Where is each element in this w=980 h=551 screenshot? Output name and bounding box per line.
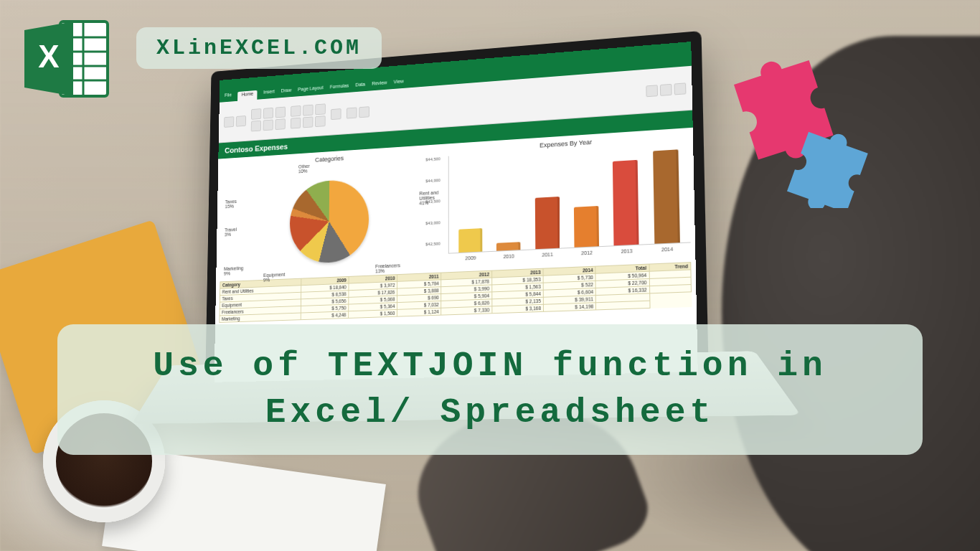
bar [535,197,560,249]
bar-chart: Expenses By Year $44,500 $44,000 $43,500… [448,132,691,266]
table-cell: $ 1,124 [397,308,441,316]
y-tick: $43,500 [425,199,440,204]
bar-x-label: 2009 [465,255,476,261]
bar-x-label: 2013 [621,248,633,254]
pie-label-taxes: Taxes15% [225,199,237,209]
article-title-line1: Use of TEXTJOIN function in [79,343,901,390]
article-title-line2: Excel/ Spreadsheet [79,390,901,436]
pie-label-travel: Travel3% [225,227,237,237]
table-cell: $ 14,198 [543,303,595,312]
bar-x-label: 2014 [661,247,673,253]
pie-label-freelancers: Freelancers13% [375,263,400,273]
bar-x-label: 2010 [503,253,514,259]
article-title-banner: Use of TEXTJOIN function in Excel/ Sprea… [57,324,923,455]
svg-text:X: X [38,39,59,74]
bar-chart-plot: $44,500 $44,000 $43,500 $43,000 $42,500 … [448,141,691,253]
bar [653,149,680,243]
y-tick: $44,000 [425,178,440,183]
ribbon-tab-file: File [225,93,232,103]
table-cell [649,285,691,293]
table-cell: $ 4,248 [301,311,349,320]
bar [574,206,599,247]
sheet-title: Contoso Expenses [225,142,288,154]
table-cell: $ 7,330 [441,306,492,315]
pie-label-equipment: Equipment9% [263,272,285,283]
bar-x-label: 2012 [581,250,593,256]
bar [458,228,482,253]
ribbon-tab-view: View [394,79,404,89]
pie-graphic [289,179,369,265]
pie-label-marketing: Marketing9% [224,265,243,276]
bar [613,160,639,245]
table-cell: $ 1,560 [349,309,397,318]
site-url-badge: XLinEXCEL.COM [136,27,382,69]
y-tick: $43,000 [425,220,440,225]
y-tick: $42,500 [425,242,440,247]
puzzle-pieces-icon [707,50,880,208]
site-url-text: XLinEXCEL.COM [156,36,362,60]
ribbon-tab-data: Data [355,82,365,92]
ribbon-tab-insert: Insert [263,89,275,99]
pie-label-other: Other10% [298,164,310,174]
table-cell [596,301,650,310]
excel-logo-icon: X [20,16,113,102]
bar [496,242,521,251]
pie-chart: Categories Rent andUtilities41% Freelanc… [220,149,442,276]
ribbon-tab-draw: Draw [281,88,292,98]
bar-x-label: 2011 [542,252,553,258]
table-cell: $ 3,168 [492,304,544,313]
